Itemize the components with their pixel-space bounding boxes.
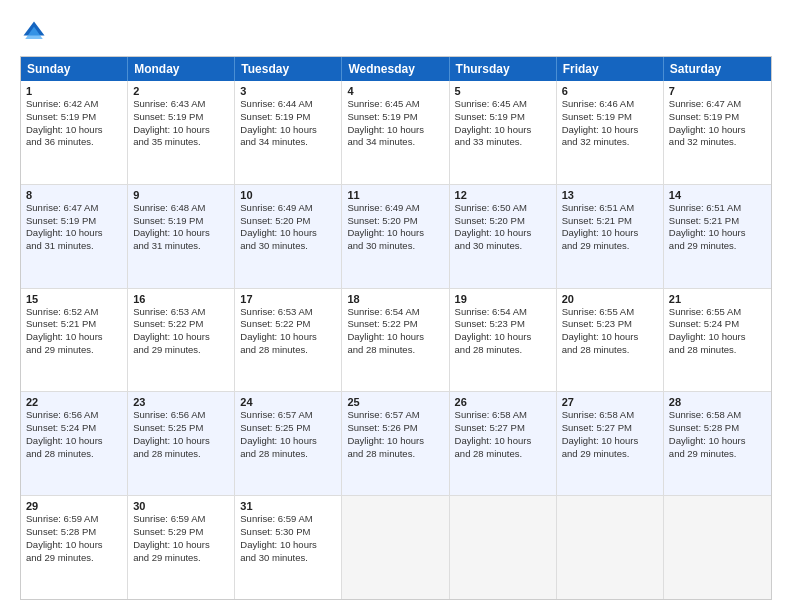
cell-info-line: Daylight: 10 hours [669, 227, 766, 240]
day-number: 1 [26, 85, 122, 97]
cell-info-line: Sunrise: 6:42 AM [26, 98, 122, 111]
logo-icon [20, 18, 48, 46]
cell-info-line: Daylight: 10 hours [133, 227, 229, 240]
calendar-cell: 19Sunrise: 6:54 AMSunset: 5:23 PMDayligh… [450, 289, 557, 392]
cell-info-line: Sunset: 5:27 PM [455, 422, 551, 435]
cell-info-line: Sunrise: 6:45 AM [347, 98, 443, 111]
cell-info-line: and 29 minutes. [562, 448, 658, 461]
cell-info-line: Sunset: 5:21 PM [669, 215, 766, 228]
cell-info-line: Sunrise: 6:57 AM [240, 409, 336, 422]
day-number: 6 [562, 85, 658, 97]
day-number: 17 [240, 293, 336, 305]
calendar-cell: 27Sunrise: 6:58 AMSunset: 5:27 PMDayligh… [557, 392, 664, 495]
calendar-row: 1Sunrise: 6:42 AMSunset: 5:19 PMDaylight… [21, 81, 771, 185]
cell-info-line: Sunset: 5:19 PM [562, 111, 658, 124]
day-number: 16 [133, 293, 229, 305]
cell-info-line: Daylight: 10 hours [133, 539, 229, 552]
cell-info-line: Sunset: 5:28 PM [669, 422, 766, 435]
calendar-cell: 25Sunrise: 6:57 AMSunset: 5:26 PMDayligh… [342, 392, 449, 495]
calendar-header-cell: Sunday [21, 57, 128, 81]
calendar-cell: 13Sunrise: 6:51 AMSunset: 5:21 PMDayligh… [557, 185, 664, 288]
cell-info-line: Daylight: 10 hours [455, 124, 551, 137]
cell-info-line: and 34 minutes. [347, 136, 443, 149]
day-number: 15 [26, 293, 122, 305]
cell-info-line: Sunset: 5:22 PM [240, 318, 336, 331]
cell-info-line: and 29 minutes. [133, 344, 229, 357]
calendar-header-cell: Saturday [664, 57, 771, 81]
day-number: 25 [347, 396, 443, 408]
day-number: 12 [455, 189, 551, 201]
calendar-cell: 24Sunrise: 6:57 AMSunset: 5:25 PMDayligh… [235, 392, 342, 495]
cell-info-line: Daylight: 10 hours [133, 124, 229, 137]
cell-info-line: Sunrise: 6:47 AM [669, 98, 766, 111]
cell-info-line: Daylight: 10 hours [347, 227, 443, 240]
cell-info-line: Daylight: 10 hours [669, 124, 766, 137]
calendar-row: 29Sunrise: 6:59 AMSunset: 5:28 PMDayligh… [21, 496, 771, 599]
cell-info-line: Sunrise: 6:49 AM [347, 202, 443, 215]
cell-info-line: Daylight: 10 hours [455, 435, 551, 448]
cell-info-line: Sunset: 5:21 PM [562, 215, 658, 228]
cell-info-line: and 31 minutes. [133, 240, 229, 253]
cell-info-line: Sunset: 5:22 PM [347, 318, 443, 331]
cell-info-line: Daylight: 10 hours [347, 331, 443, 344]
calendar-cell [557, 496, 664, 599]
cell-info-line: Daylight: 10 hours [240, 539, 336, 552]
cell-info-line: Sunset: 5:19 PM [455, 111, 551, 124]
cell-info-line: Daylight: 10 hours [455, 227, 551, 240]
cell-info-line: Sunrise: 6:51 AM [562, 202, 658, 215]
cell-info-line: Sunset: 5:25 PM [133, 422, 229, 435]
cell-info-line: and 28 minutes. [347, 344, 443, 357]
day-number: 7 [669, 85, 766, 97]
cell-info-line: Sunset: 5:19 PM [669, 111, 766, 124]
cell-info-line: Daylight: 10 hours [455, 331, 551, 344]
cell-info-line: and 32 minutes. [562, 136, 658, 149]
cell-info-line: Sunrise: 6:50 AM [455, 202, 551, 215]
cell-info-line: and 30 minutes. [240, 240, 336, 253]
day-number: 20 [562, 293, 658, 305]
cell-info-line: and 29 minutes. [26, 552, 122, 565]
cell-info-line: and 30 minutes. [455, 240, 551, 253]
cell-info-line: and 29 minutes. [133, 552, 229, 565]
day-number: 2 [133, 85, 229, 97]
day-number: 18 [347, 293, 443, 305]
day-number: 3 [240, 85, 336, 97]
cell-info-line: and 28 minutes. [455, 448, 551, 461]
cell-info-line: Sunset: 5:28 PM [26, 526, 122, 539]
cell-info-line: Daylight: 10 hours [669, 435, 766, 448]
calendar-header-cell: Wednesday [342, 57, 449, 81]
cell-info-line: Sunset: 5:19 PM [133, 111, 229, 124]
cell-info-line: Sunrise: 6:44 AM [240, 98, 336, 111]
cell-info-line: and 30 minutes. [240, 552, 336, 565]
calendar-body: 1Sunrise: 6:42 AMSunset: 5:19 PMDaylight… [21, 81, 771, 599]
calendar-cell: 6Sunrise: 6:46 AMSunset: 5:19 PMDaylight… [557, 81, 664, 184]
calendar-cell: 28Sunrise: 6:58 AMSunset: 5:28 PMDayligh… [664, 392, 771, 495]
day-number: 31 [240, 500, 336, 512]
cell-info-line: Sunset: 5:23 PM [455, 318, 551, 331]
cell-info-line: and 28 minutes. [26, 448, 122, 461]
calendar-cell [450, 496, 557, 599]
day-number: 29 [26, 500, 122, 512]
cell-info-line: and 30 minutes. [347, 240, 443, 253]
cell-info-line: Sunset: 5:20 PM [455, 215, 551, 228]
day-number: 26 [455, 396, 551, 408]
cell-info-line: Daylight: 10 hours [133, 331, 229, 344]
cell-info-line: Sunset: 5:19 PM [133, 215, 229, 228]
cell-info-line: Sunset: 5:19 PM [240, 111, 336, 124]
cell-info-line: Sunrise: 6:59 AM [240, 513, 336, 526]
calendar-cell: 8Sunrise: 6:47 AMSunset: 5:19 PMDaylight… [21, 185, 128, 288]
cell-info-line: Sunrise: 6:55 AM [669, 306, 766, 319]
calendar-cell: 17Sunrise: 6:53 AMSunset: 5:22 PMDayligh… [235, 289, 342, 392]
calendar-cell [342, 496, 449, 599]
cell-info-line: and 36 minutes. [26, 136, 122, 149]
header [20, 18, 772, 46]
cell-info-line: and 28 minutes. [562, 344, 658, 357]
calendar-cell: 26Sunrise: 6:58 AMSunset: 5:27 PMDayligh… [450, 392, 557, 495]
cell-info-line: Sunset: 5:27 PM [562, 422, 658, 435]
cell-info-line: and 32 minutes. [669, 136, 766, 149]
cell-info-line: Sunrise: 6:52 AM [26, 306, 122, 319]
calendar-cell: 2Sunrise: 6:43 AMSunset: 5:19 PMDaylight… [128, 81, 235, 184]
cell-info-line: Daylight: 10 hours [669, 331, 766, 344]
cell-info-line: Daylight: 10 hours [240, 435, 336, 448]
cell-info-line: Sunrise: 6:45 AM [455, 98, 551, 111]
calendar-cell: 14Sunrise: 6:51 AMSunset: 5:21 PMDayligh… [664, 185, 771, 288]
